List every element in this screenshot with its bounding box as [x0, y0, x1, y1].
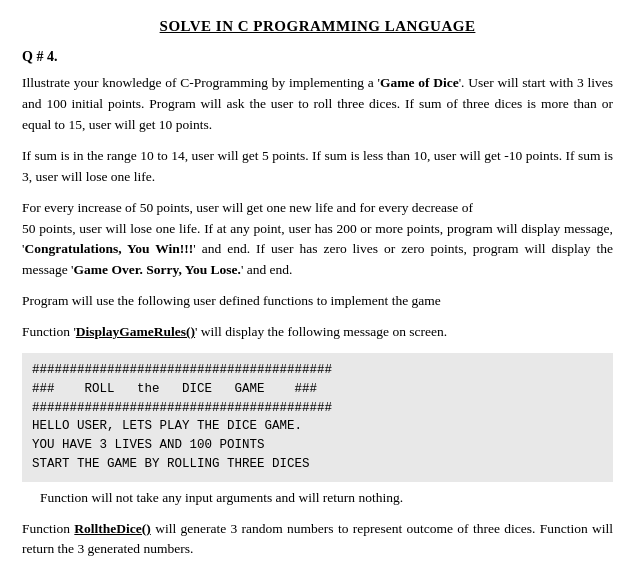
- after-code-text: Function will not take any input argumen…: [22, 488, 613, 509]
- paragraph-3: For every increase of 50 points, user wi…: [22, 198, 613, 282]
- paragraph-function2: Function RolltheDice() will generate 3 r…: [22, 519, 613, 561]
- code-block: ########################################…: [22, 353, 613, 482]
- question-number: Q # 4.: [22, 49, 613, 65]
- paragraph-1: Illustrate your knowledge of C-Programmi…: [22, 73, 613, 136]
- paragraph-5: Function 'DisplayGameRules()' will displ…: [22, 322, 613, 343]
- paragraph-4: Program will use the following user defi…: [22, 291, 613, 312]
- page-title: SOLVE IN C PROGRAMMING LANGUAGE: [22, 18, 613, 35]
- paragraph-2: If sum is in the range 10 to 14, user wi…: [22, 146, 613, 188]
